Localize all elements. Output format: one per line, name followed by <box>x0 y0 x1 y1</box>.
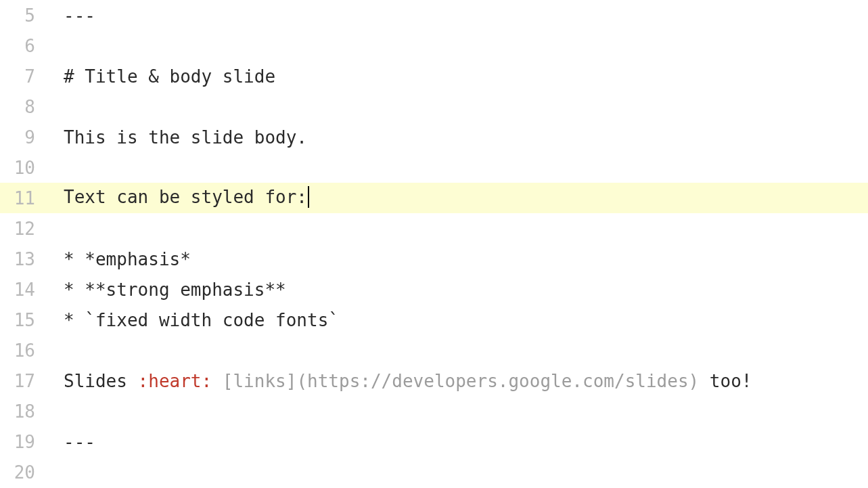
line-content[interactable]: # Title & body slide <box>47 66 868 87</box>
line-number: 11 <box>0 188 47 208</box>
line-content[interactable]: Text can be styled for: <box>47 187 868 209</box>
editor-line[interactable]: 10 <box>0 152 868 183</box>
line-number: 19 <box>0 432 47 452</box>
line-content[interactable]: Slides :heart: [links](https://developer… <box>47 371 868 391</box>
editor-line[interactable]: 12 <box>0 213 868 244</box>
code-token: * **strong emphasis** <box>64 280 286 300</box>
code-token: :heart: <box>138 371 212 391</box>
line-number: 16 <box>0 340 47 361</box>
editor-line[interactable]: 19--- <box>0 426 868 457</box>
code-token: # Title & body slide <box>64 66 275 87</box>
line-number: 20 <box>0 462 47 483</box>
line-content[interactable]: * *emphasis* <box>47 249 868 269</box>
line-content[interactable]: * **strong emphasis** <box>47 280 868 300</box>
editor-line[interactable]: 11Text can be styled for: <box>0 183 868 213</box>
editor-line[interactable]: 8 <box>0 91 868 122</box>
code-token: Slides <box>64 371 138 391</box>
editor-line[interactable]: 13* *emphasis* <box>0 244 868 274</box>
code-token: [links](https://developers.google.com/sl… <box>223 371 699 391</box>
line-content[interactable]: This is the slide body. <box>47 127 868 148</box>
code-token <box>212 371 223 391</box>
code-token: --- <box>64 432 95 452</box>
line-number: 10 <box>0 158 47 178</box>
editor-line[interactable]: 20 <box>0 457 868 487</box>
code-editor[interactable]: 5---67# Title & body slide89This is the … <box>0 0 868 488</box>
line-content[interactable]: * `fixed width code fonts` <box>47 310 868 330</box>
code-token: Text can be styled for: <box>64 187 307 207</box>
line-number: 9 <box>0 127 47 148</box>
line-number: 5 <box>0 5 47 26</box>
editor-line[interactable]: 6 <box>0 30 868 61</box>
text-cursor <box>308 186 309 208</box>
line-number: 13 <box>0 249 47 269</box>
code-token: * `fixed width code fonts` <box>64 310 339 330</box>
editor-line[interactable]: 18 <box>0 396 868 426</box>
line-number: 17 <box>0 371 47 391</box>
editor-line[interactable]: 17Slides :heart: [links](https://develop… <box>0 365 868 396</box>
line-number: 12 <box>0 219 47 239</box>
editor-line[interactable]: 14* **strong emphasis** <box>0 274 868 305</box>
line-number: 14 <box>0 280 47 300</box>
code-token: too! <box>699 371 752 391</box>
code-token: --- <box>64 5 95 26</box>
line-content[interactable]: --- <box>47 5 868 26</box>
line-number: 18 <box>0 401 47 422</box>
code-token: * *emphasis* <box>64 249 191 269</box>
editor-line[interactable]: 9This is the slide body. <box>0 122 868 152</box>
editor-line[interactable]: 5--- <box>0 0 868 30</box>
line-number: 7 <box>0 66 47 87</box>
line-content[interactable]: --- <box>47 432 868 452</box>
editor-line[interactable]: 16 <box>0 335 868 365</box>
line-number: 15 <box>0 310 47 330</box>
code-token: This is the slide body. <box>64 127 307 148</box>
line-number: 6 <box>0 36 47 56</box>
editor-line[interactable]: 7# Title & body slide <box>0 61 868 91</box>
line-number: 8 <box>0 97 47 117</box>
editor-line[interactable]: 15* `fixed width code fonts` <box>0 305 868 335</box>
